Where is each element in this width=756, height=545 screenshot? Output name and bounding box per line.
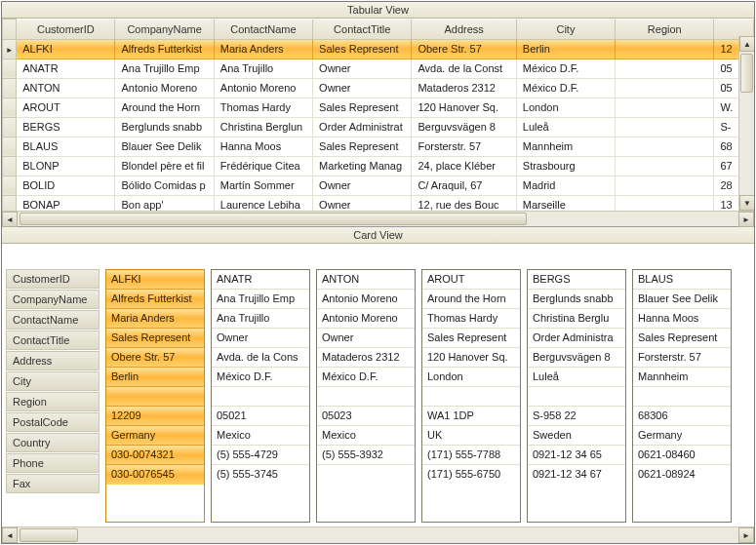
card-cell[interactable]: Antonio Moreno [317, 290, 415, 309]
grid-cell[interactable]: BOLID [17, 175, 115, 195]
card-cell[interactable]: 030-0076545 [106, 465, 204, 485]
card-hscroll-thumb[interactable] [20, 528, 78, 542]
record-card[interactable]: ANTONAntonio MorenoAntonio MorenoOwnerMa… [316, 269, 416, 523]
grid-cell[interactable]: Avda. de la Const [412, 58, 516, 78]
row-indicator[interactable] [3, 117, 17, 136]
grid-horizontal-scrollbar[interactable]: ◄ ► [2, 211, 754, 226]
card-cell[interactable]: BERGS [528, 270, 625, 290]
grid-cell[interactable]: Owner [313, 58, 412, 78]
scroll-up-icon[interactable]: ▲ [739, 36, 754, 52]
scroll-left-icon[interactable]: ◄ [2, 527, 18, 543]
column-header[interactable]: CompanyName [115, 19, 214, 40]
card-cell[interactable]: Avda. de la Cons [212, 348, 309, 368]
grid-cell[interactable]: Laurence Lebiha [214, 195, 312, 211]
grid-cell[interactable]: Thomas Hardy [214, 97, 312, 117]
card-cell[interactable]: Germany [106, 426, 204, 446]
grid-cell[interactable]: Ana Trujillo Emp [115, 58, 214, 78]
grid-cell[interactable]: AROUT [17, 97, 115, 117]
table-row[interactable]: ANTONAntonio MorenoAntonio MorenoOwnerMa… [3, 78, 754, 97]
grid-cell[interactable]: Ana Trujillo [214, 58, 312, 78]
grid-cell[interactable]: Antonio Moreno [214, 78, 312, 97]
card-cell[interactable]: (5) 555-3932 [317, 446, 415, 465]
row-indicator[interactable] [3, 195, 17, 211]
table-row[interactable]: BERGSBerglunds snabbChristina BerglunOrd… [3, 117, 754, 136]
card-cell[interactable]: (171) 555-7788 [422, 446, 520, 465]
grid-cell[interactable]: Around the Horn [115, 97, 214, 117]
card-cell[interactable]: 0621-08460 [633, 446, 731, 465]
card-cell[interactable]: ALFKI [106, 270, 204, 290]
card-cell[interactable] [633, 387, 731, 407]
card-cell[interactable]: Hanna Moos [633, 309, 731, 329]
card-cell[interactable]: Maria Anders [106, 309, 204, 329]
grid-cell[interactable]: Mannheim [516, 136, 615, 156]
card-cell[interactable]: Ana Trujillo Emp [212, 290, 309, 309]
grid-cell[interactable]: Owner [313, 195, 412, 211]
card-cell[interactable]: Germany [633, 426, 731, 446]
card-cell[interactable]: Thomas Hardy [422, 309, 520, 329]
card-cell[interactable]: (171) 555-6750 [422, 465, 520, 485]
row-indicator[interactable] [3, 175, 17, 195]
hscroll-track[interactable] [18, 212, 738, 226]
grid-cell[interactable] [616, 58, 714, 78]
card-cell[interactable]: ANTON [317, 270, 415, 290]
table-row[interactable]: ANATRAna Trujillo EmpAna TrujilloOwnerAv… [3, 58, 754, 78]
card-cell[interactable]: 05021 [212, 407, 309, 426]
grid-cell[interactable]: Antonio Moreno [115, 78, 214, 97]
card-cell[interactable]: (5) 555-4729 [212, 446, 309, 465]
card-cell[interactable]: Christina Berglu [528, 309, 625, 329]
table-row[interactable]: ALFKIAlfreds FutterkistMaria AndersSales… [3, 39, 754, 58]
card-cell[interactable]: BLAUS [633, 270, 731, 290]
card-cell[interactable]: Sales Represent [422, 329, 520, 348]
card-cell[interactable]: ANATR [212, 270, 309, 290]
scroll-right-icon[interactable]: ► [738, 212, 754, 227]
table-row[interactable]: BOLIDBólido Comidas pMartín SommerOwnerC… [3, 175, 754, 195]
grid-cell[interactable]: ALFKI [17, 39, 115, 58]
card-cell[interactable] [422, 387, 520, 407]
grid-cell[interactable]: Marketing Manag [313, 156, 412, 175]
card-cell[interactable]: AROUT [422, 270, 520, 290]
card-cell[interactable]: Alfreds Futterkist [106, 290, 204, 309]
card-cell[interactable]: 05023 [317, 407, 415, 426]
grid-cell[interactable]: Blauer See Delik [115, 136, 214, 156]
card-cell[interactable]: Berlin [106, 368, 204, 387]
card-cell[interactable]: México D.F. [317, 368, 415, 387]
grid-cell[interactable]: Sales Represent [313, 97, 412, 117]
card-cell[interactable]: 12209 [106, 407, 204, 426]
row-indicator[interactable] [3, 39, 17, 58]
vscroll-thumb[interactable] [740, 54, 753, 93]
column-header[interactable]: City [516, 19, 615, 40]
grid-cell[interactable]: Bólido Comidas p [115, 175, 214, 195]
record-card[interactable]: ALFKIAlfreds FutterkistMaria AndersSales… [105, 269, 205, 523]
grid-cell[interactable]: Hanna Moos [214, 136, 312, 156]
grid-cell[interactable]: Bon app' [115, 195, 214, 211]
hscroll-thumb[interactable] [20, 213, 527, 225]
card-cell[interactable]: Sales Represent [106, 329, 204, 348]
column-header[interactable]: Region [616, 19, 714, 40]
card-cell[interactable]: (5) 555-3745 [212, 465, 309, 485]
card-cell[interactable]: Luleå [528, 368, 625, 387]
grid-scroll-area[interactable]: CustomerIDCompanyNameContactNameContactT… [2, 19, 754, 211]
grid-cell[interactable]: Forsterstr. 57 [412, 136, 516, 156]
card-cell[interactable]: Mexico [317, 426, 415, 446]
grid-vertical-scrollbar[interactable]: ▲ ▼ [738, 36, 754, 211]
vscroll-track[interactable] [739, 52, 754, 195]
card-cell[interactable]: 0921-12 34 67 [528, 465, 625, 485]
grid-cell[interactable]: Luleå [516, 117, 615, 136]
card-cell[interactable] [317, 387, 415, 407]
grid-cell[interactable]: 12, rue des Bouc [412, 195, 516, 211]
row-indicator[interactable] [3, 97, 17, 117]
column-header[interactable]: ContactName [214, 19, 312, 40]
grid-cell[interactable]: BONAP [17, 195, 115, 211]
grid-cell[interactable]: Obere Str. 57 [412, 39, 516, 58]
card-cell[interactable]: Around the Horn [422, 290, 520, 309]
grid-cell[interactable]: Blondel père et fil [115, 156, 214, 175]
table-row[interactable]: BONAPBon app'Laurence LebihaOwner12, rue… [3, 195, 754, 211]
grid-cell[interactable] [616, 175, 714, 195]
grid-cell[interactable]: BLONP [17, 156, 115, 175]
card-cell[interactable]: S-958 22 [528, 407, 625, 426]
grid-cell[interactable] [616, 39, 714, 58]
grid-cell[interactable]: ANATR [17, 58, 115, 78]
row-indicator[interactable] [3, 156, 17, 175]
grid-cell[interactable]: Alfreds Futterkist [115, 39, 214, 58]
row-indicator[interactable] [3, 58, 17, 78]
